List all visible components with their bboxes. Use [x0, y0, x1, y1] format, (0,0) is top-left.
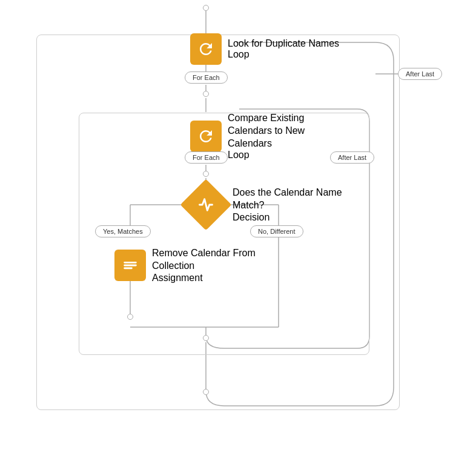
loop2-icon[interactable] — [190, 121, 222, 152]
afterlast2-pill[interactable]: After Last — [330, 151, 374, 164]
assignment-label: Remove Calendar From Collection Assignme… — [152, 247, 267, 283]
loop2-label: Compare Existing Calendars to New Calend… — [228, 112, 337, 161]
decision-label: Does the Calendar Name Match? Decision — [233, 187, 354, 223]
assignment-symbol — [122, 257, 139, 274]
decision-icon[interactable] — [180, 179, 232, 231]
mid-connector-dot2 — [203, 171, 209, 177]
no-different-pill[interactable]: No, Different — [250, 225, 303, 237]
refresh2-icon — [197, 127, 215, 145]
refresh-icon — [197, 40, 215, 58]
assignment-node[interactable]: Remove Calendar From Collection Assignme… — [114, 247, 267, 283]
decision-node[interactable]: Does the Calendar Name Match? Decision — [188, 187, 354, 223]
assignment-bottom-dot — [127, 314, 133, 320]
decision-symbol — [197, 196, 214, 213]
top-connector-dot — [203, 5, 209, 11]
loop1-icon[interactable] — [190, 33, 222, 65]
foreach2-pill[interactable]: For Each — [185, 151, 228, 164]
assignment-icon[interactable] — [114, 250, 146, 281]
foreach1-pill[interactable]: For Each — [185, 71, 228, 84]
bottom-outer-dot — [203, 389, 209, 395]
loop1-label: Look for Duplicate Names Loop — [228, 38, 339, 60]
flow-canvas: Look for Duplicate Names Loop For Each A… — [0, 0, 476, 464]
afterlast1-pill[interactable]: After Last — [398, 68, 442, 80]
merge-dot — [203, 335, 209, 341]
yes-matches-pill[interactable]: Yes, Matches — [95, 225, 151, 237]
loop1-node[interactable]: Look for Duplicate Names Loop — [190, 33, 339, 65]
mid-connector-dot1 — [203, 91, 209, 97]
